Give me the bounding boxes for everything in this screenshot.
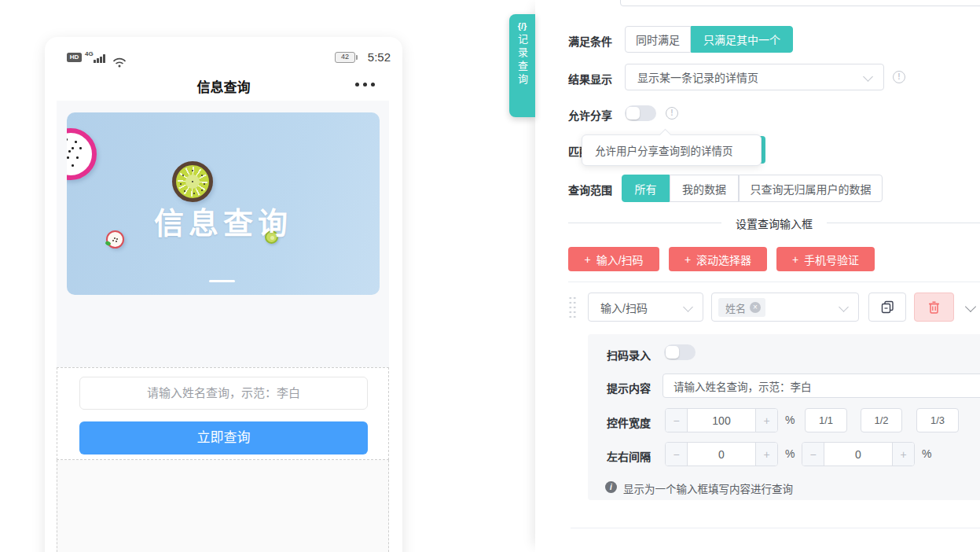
info-icon: i [605, 481, 617, 493]
plus-icon: + [792, 253, 798, 266]
result-display-select[interactable]: 显示某一条记录的详情页 [625, 64, 884, 90]
field-tag: 姓名 × [718, 298, 765, 317]
fraction-1-2-button[interactable]: 1/2 [861, 408, 902, 432]
percent-unit: % [922, 447, 931, 460]
share-info-icon[interactable]: ! [666, 107, 678, 120]
code-icon: {/} [518, 21, 527, 31]
plus-icon: + [584, 253, 590, 266]
condition-group: 同时满足 只满足其中一个 [625, 26, 793, 53]
phone-preview: HD 4G 42 5:52 信息查询 [45, 37, 402, 552]
scope-option-unowned[interactable]: 只查询无归属用户的数据 [739, 175, 883, 202]
wifi-icon [112, 57, 127, 68]
banner-dash [209, 280, 235, 282]
plus-button[interactable]: + [892, 443, 914, 466]
phone-status-bar: HD 4G 42 5:52 [45, 46, 402, 70]
settings-panel: 满足条件 同时满足 只满足其中一个 结果显示 显示某一条记录的详情页 ! 允许分… [535, 0, 980, 552]
battery-icon: 42 [335, 52, 355, 63]
gap-label: 左右间隔 [607, 448, 651, 464]
allow-share-label: 允许分享 [568, 107, 612, 123]
chevron-down-icon [683, 302, 693, 312]
section-title: 设置查询输入框 [721, 215, 827, 231]
banner-image[interactable]: 信息查询 [67, 112, 380, 295]
hd-icon: HD [67, 53, 82, 62]
gap-right-value[interactable]: 0 [824, 443, 892, 466]
phone-content: 信息查询 请输入姓名查询，示范：李白 立即查询 [57, 101, 389, 552]
hint-label: 提示内容 [607, 380, 651, 396]
detail-note: 显示为一个输入框填写内容进行查询 [623, 480, 793, 496]
query-submit-button[interactable]: 立即查询 [79, 421, 368, 454]
result-display-label: 结果显示 [568, 71, 612, 86]
page: HD 4G 42 5:52 信息查询 [0, 0, 980, 552]
section-divider: 设置查询输入框 [568, 217, 980, 229]
banner-title: 信息查询 [67, 199, 380, 242]
network-4g-icon: 4G [85, 50, 94, 57]
field-tag-label: 姓名 [725, 300, 746, 315]
width-stepper: − 100 + [665, 408, 778, 432]
copy-field-button[interactable] [868, 293, 906, 322]
query-input[interactable]: 请输入姓名查询，示范：李白 [79, 377, 368, 410]
fraction-1-3-button[interactable]: 1/3 [916, 408, 959, 432]
divider [568, 282, 980, 282]
copy-icon [881, 300, 894, 314]
field-type-value: 输入/扫码 [600, 300, 648, 315]
scan-entry-toggle[interactable] [664, 344, 696, 360]
width-value[interactable]: 100 [688, 409, 755, 432]
add-scroll-picker-button[interactable]: + 滚动选择器 [669, 247, 767, 271]
cutoff-top-input[interactable] [620, 0, 980, 6]
minus-button[interactable]: − [666, 409, 688, 432]
condition-option-any[interactable]: 只满足其中一个 [691, 26, 793, 53]
plus-button[interactable]: + [755, 409, 777, 432]
scope-label: 查询范围 [568, 182, 612, 197]
result-display-value: 显示某一条记录的详情页 [637, 69, 758, 85]
divider [571, 528, 980, 528]
tag-close-icon[interactable]: × [750, 302, 761, 313]
trash-icon [928, 301, 940, 314]
allow-share-toggle[interactable] [625, 105, 656, 121]
gap-left-value[interactable]: 0 [688, 443, 755, 466]
condition-option-all[interactable]: 同时满足 [625, 26, 691, 53]
condition-label: 满足条件 [568, 33, 612, 49]
scope-option-all[interactable]: 所有 [622, 175, 670, 202]
delete-field-button[interactable] [914, 293, 954, 322]
query-form-section[interactable]: 请输入姓名查询，示范：李白 立即查询 [57, 367, 389, 460]
page-title: 信息查询 [45, 76, 402, 96]
tab-record-query[interactable]: {/} 记录查询 [509, 14, 535, 117]
phone-empty-area [57, 460, 389, 552]
add-input-scan-button[interactable]: + 输入/扫码 [568, 247, 659, 271]
gap-left-stepper: − 0 + [665, 442, 778, 466]
collapse-chevron-icon[interactable] [965, 301, 976, 312]
tab-record-query-label: 记录查询 [515, 34, 530, 87]
scope-option-mine[interactable]: 我的数据 [670, 175, 739, 202]
percent-unit: % [785, 414, 795, 426]
result-info-icon[interactable]: ! [893, 71, 905, 83]
percent-unit: % [785, 447, 795, 460]
scope-group: 所有 我的数据 只查询无归属用户的数据 [622, 175, 883, 202]
plus-icon: + [685, 253, 691, 266]
chevron-down-icon [863, 72, 873, 82]
scan-entry-label: 扫码录入 [607, 347, 651, 362]
minus-button[interactable]: − [802, 443, 824, 466]
more-menu-icon[interactable] [355, 83, 377, 87]
fraction-1-1-button[interactable]: 1/1 [805, 408, 847, 432]
field-type-select[interactable]: 输入/扫码 [588, 293, 703, 322]
share-tooltip: 允许用户分享查询到的详情页 [582, 134, 762, 166]
chevron-down-icon [839, 302, 849, 312]
minus-button[interactable]: − [666, 443, 688, 466]
width-label: 控件宽度 [607, 414, 651, 430]
signal-icon [94, 54, 108, 63]
field-column-select[interactable]: 姓名 × [711, 293, 859, 322]
share-tooltip-text: 允许用户分享查询到的详情页 [595, 142, 733, 158]
drag-handle[interactable] [568, 296, 577, 319]
add-phone-verify-button[interactable]: + 手机号验证 [776, 247, 875, 271]
status-time: 5:52 [368, 50, 391, 64]
dragonfruit-icon [67, 128, 97, 180]
hint-input[interactable]: 请输入姓名查询，示范：李白 [663, 374, 980, 398]
phone-navbar: 信息查询 [45, 76, 402, 101]
plus-button[interactable]: + [755, 443, 777, 466]
gap-right-stepper: − 0 + [802, 442, 915, 466]
kiwi-icon [172, 161, 213, 202]
